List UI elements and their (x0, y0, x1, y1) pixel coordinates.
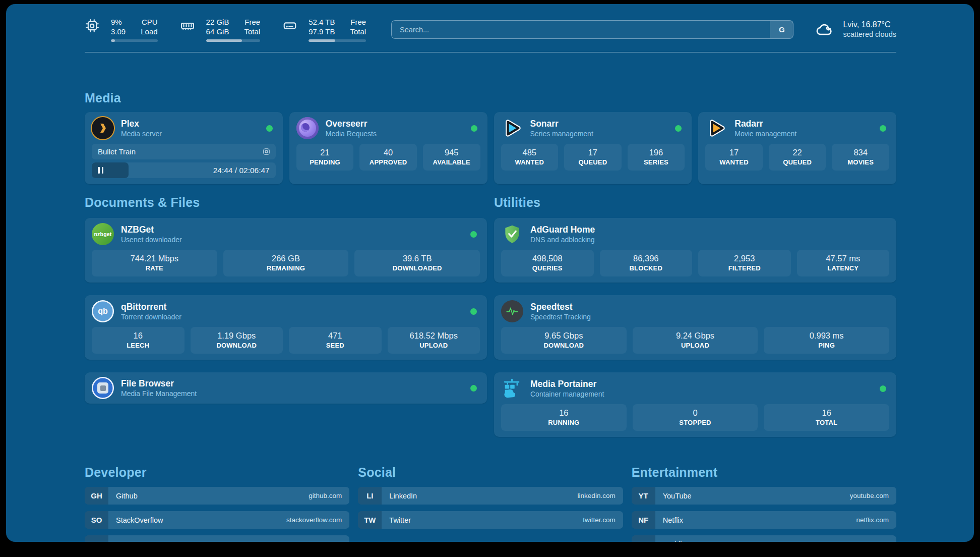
status-dot (880, 125, 886, 132)
search-bar[interactable]: G (391, 20, 793, 39)
stat-wanted: 17 WANTED (705, 144, 763, 171)
bookmark-github[interactable]: GH Github github.com (85, 487, 349, 505)
card-subtitle: Speedtest Tracking (530, 312, 889, 321)
status-dot (266, 125, 273, 132)
stat-remaining: 266 GB REMAINING (223, 250, 349, 276)
stat-download: 1.19 Gbps DOWNLOAD (191, 327, 283, 354)
stat-stopped: 0 STOPPED (633, 404, 758, 431)
card-nzbget[interactable]: nzbget NZBGet Usenet downloader 744.21 M… (85, 218, 487, 283)
card-sonarr[interactable]: Sonarr Series management 485 WANTED 17 Q… (494, 112, 692, 184)
card-radarr[interactable]: Radarr Movie management 17 WANTED 22 QUE… (698, 112, 896, 184)
stat-series: 196 SERIES (628, 144, 685, 171)
stat-wanted: 485 WANTED (501, 144, 559, 171)
bookmark-youtube[interactable]: YT YouTube youtube.com (632, 487, 896, 505)
section-entertainment: Entertainment YT YouTube youtube.com NF … (632, 465, 896, 542)
playback-progress-fill (92, 162, 129, 178)
status-dot (471, 125, 477, 132)
section-developer: Developer GH Github github.com SO StackO… (85, 465, 349, 542)
sonarr-icon (501, 117, 523, 139)
disk-free: 52.4 TB (309, 17, 335, 27)
stat-total: 16 TOTAL (764, 404, 889, 431)
disk-progress-fill (309, 39, 335, 42)
card-subtitle: Media Requests (326, 129, 471, 138)
topbar-divider (85, 52, 896, 52)
disk-total-label: Total (350, 27, 366, 36)
stat-running: 16 RUNNING (501, 404, 627, 431)
card-subtitle: DNS and adblocking (530, 235, 889, 244)
card-title: Media Portainer (530, 378, 880, 389)
section-social: Social LI LinkedIn linkedin.com TW Twitt… (358, 465, 623, 542)
memory-progress-track (206, 39, 261, 42)
memory-total-label: Total (244, 27, 260, 36)
cpu-label: CPU (141, 17, 157, 27)
card-title: Sonarr (530, 118, 676, 129)
stat-approved: 40 APPROVED (359, 144, 417, 171)
weather-condition: scattered clouds (843, 30, 896, 39)
now-playing-row: Bullet Train (92, 144, 276, 159)
stat-downloaded: 39.6 TB DOWNLOADED (354, 250, 480, 276)
stat-upload: 9.24 Gbps UPLOAD (633, 327, 758, 354)
session-settings-icon[interactable] (262, 147, 271, 156)
social-heading: Social (358, 465, 623, 480)
card-title: Speedtest (530, 301, 889, 312)
card-subtitle: Media server (121, 129, 266, 138)
stat-leech: 16 LEECH (92, 327, 185, 354)
playback-time: 24:44 / 02:06:47 (213, 162, 270, 178)
status-dot (470, 231, 477, 238)
bookmark-stackoverflow[interactable]: SO StackOverflow stackoverflow.com (85, 511, 349, 529)
cpu-progress-fill (111, 39, 115, 42)
now-playing-title: Bullet Train (98, 147, 136, 156)
card-title: Plex (121, 118, 266, 129)
cpu-load-label: Load (141, 27, 157, 36)
stat-rate: 744.21 Mbps RATE (92, 250, 217, 276)
card-speedtest[interactable]: Speedtest Speedtest Tracking 9.65 Gbps D… (494, 295, 896, 360)
card-title: Radarr (734, 118, 880, 129)
card-title: Overseerr (326, 118, 471, 129)
cpu-icon (85, 18, 100, 33)
bookmark-twitter[interactable]: TW Twitter twitter.com (358, 511, 623, 529)
card-adguard[interactable]: AdGuard Home DNS and adblocking 498,508 … (494, 218, 896, 283)
card-portainer[interactable]: Media Portainer Container management 16 … (494, 372, 896, 437)
memory-progress-fill (206, 39, 242, 42)
card-subtitle: Torrent downloader (121, 312, 470, 321)
memory-total: 64 GiB (206, 27, 229, 36)
card-subtitle: Movie management (734, 129, 880, 138)
disk-widget: 52.4 TB 97.9 TB Free Total (282, 17, 366, 42)
stat-filtered: 2,953 FILTERED (698, 250, 791, 276)
bookmark-reddit[interactable]: RE Reddit reddit.com (632, 535, 896, 542)
cpu-progress-track (111, 39, 158, 42)
card-title: qBittorrent (121, 301, 470, 312)
card-qbittorrent[interactable]: qb qBittorrent Torrent downloader 16 (85, 295, 487, 360)
card-overseerr[interactable]: Overseerr Media Requests 21 PENDING 40 A… (289, 112, 487, 184)
cpu-usage-percent: 9% (111, 17, 126, 27)
radarr-icon (705, 117, 727, 139)
cpu-widget: 9% 3.09 CPU Load (85, 17, 158, 42)
cloud-icon (815, 20, 835, 40)
card-filebrowser[interactable]: File Browser Media File Management (85, 372, 487, 404)
section-media: Media Plex Media server (85, 91, 896, 184)
bookmark-dev[interactable]: DT DEV dev.to (85, 535, 349, 542)
developer-heading: Developer (85, 465, 349, 480)
disk-free-label: Free (350, 17, 366, 27)
search-engine-button[interactable]: G (770, 21, 793, 38)
card-title: File Browser (121, 378, 470, 389)
weather-widget: Lviv, 16.87°C scattered clouds (815, 20, 896, 40)
stat-movies: 834 MOVIES (832, 144, 889, 171)
filebrowser-icon (92, 377, 114, 399)
card-plex[interactable]: Plex Media server Bullet Train (85, 112, 283, 184)
pause-icon (98, 167, 103, 174)
stat-upload: 618.52 Mbps UPLOAD (388, 327, 480, 354)
stat-download: 9.65 Gbps DOWNLOAD (501, 327, 627, 354)
stat-pending: 21 PENDING (296, 144, 354, 171)
qbittorrent-icon: qb (92, 300, 114, 322)
media-heading: Media (85, 91, 896, 105)
bookmark-netflix[interactable]: NF Netflix netflix.com (632, 511, 896, 529)
bookmark-linkedin[interactable]: LI LinkedIn linkedin.com (358, 487, 623, 505)
stat-queries: 498,508 QUERIES (501, 250, 594, 276)
status-dot (675, 125, 682, 132)
card-title: NZBGet (121, 224, 470, 235)
nzbget-icon: nzbget (92, 223, 114, 245)
search-input[interactable] (392, 21, 770, 38)
stat-ping: 0.993 ms PING (764, 327, 889, 354)
section-utilities: Utilities (494, 195, 896, 437)
